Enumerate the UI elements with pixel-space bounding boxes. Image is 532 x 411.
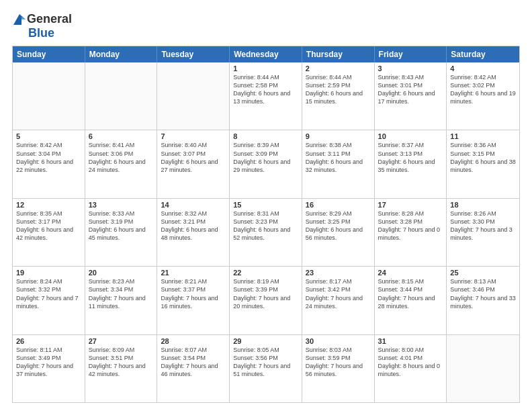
cell-day-number: 1 bbox=[233, 64, 298, 73]
calendar-cell: 22Sunrise: 8:19 AMSunset: 3:39 PMDayligh… bbox=[230, 267, 302, 334]
cell-day-number: 14 bbox=[161, 201, 226, 209]
calendar-cell: 7Sunrise: 8:40 AMSunset: 3:07 PMDaylight… bbox=[157, 130, 230, 197]
cell-info: Sunrise: 8:26 AMSunset: 3:30 PMDaylight:… bbox=[450, 210, 516, 242]
week-row: 5Sunrise: 8:42 AMSunset: 3:04 PMDaylight… bbox=[13, 130, 519, 198]
calendar-cell: 15Sunrise: 8:31 AMSunset: 3:23 PMDayligh… bbox=[230, 199, 302, 266]
header: General Blue bbox=[12, 12, 520, 40]
cell-info: Sunrise: 8:39 AMSunset: 3:09 PMDaylight:… bbox=[233, 141, 298, 174]
day-header: Sunday bbox=[13, 46, 85, 62]
cell-info: Sunrise: 8:41 AMSunset: 3:06 PMDaylight:… bbox=[89, 141, 154, 174]
cell-info: Sunrise: 8:35 AMSunset: 3:17 PMDaylight:… bbox=[16, 210, 81, 242]
calendar-cell: 4Sunrise: 8:42 AMSunset: 3:02 PMDaylight… bbox=[447, 62, 519, 130]
cell-info: Sunrise: 8:31 AMSunset: 3:23 PMDaylight:… bbox=[233, 210, 298, 242]
cell-info: Sunrise: 8:05 AMSunset: 3:56 PMDaylight:… bbox=[233, 346, 298, 379]
week-row: 26Sunrise: 8:11 AMSunset: 3:49 PMDayligh… bbox=[13, 335, 519, 402]
cell-day-number: 10 bbox=[378, 132, 443, 140]
cell-info: Sunrise: 8:33 AMSunset: 3:19 PMDaylight:… bbox=[89, 210, 154, 242]
day-header: Tuesday bbox=[157, 46, 230, 62]
cell-info: Sunrise: 8:42 AMSunset: 3:02 PMDaylight:… bbox=[450, 73, 516, 106]
cell-info: Sunrise: 8:09 AMSunset: 3:51 PMDaylight:… bbox=[89, 346, 154, 379]
cell-info: Sunrise: 8:24 AMSunset: 3:32 PMDaylight:… bbox=[16, 277, 81, 310]
calendar-cell: 13Sunrise: 8:33 AMSunset: 3:19 PMDayligh… bbox=[85, 199, 158, 266]
calendar-cell: 21Sunrise: 8:21 AMSunset: 3:37 PMDayligh… bbox=[157, 267, 230, 334]
calendar-cell: 5Sunrise: 8:42 AMSunset: 3:04 PMDaylight… bbox=[13, 130, 85, 197]
calendar-cell: 1Sunrise: 8:44 AMSunset: 2:58 PMDaylight… bbox=[230, 62, 302, 130]
logo-general-text: General bbox=[27, 12, 72, 26]
calendar-cell: 9Sunrise: 8:38 AMSunset: 3:11 PMDaylight… bbox=[302, 130, 375, 197]
cell-day-number: 9 bbox=[306, 132, 371, 140]
calendar-cell: 3Sunrise: 8:43 AMSunset: 3:01 PMDaylight… bbox=[375, 62, 447, 130]
cell-day-number: 17 bbox=[378, 201, 443, 209]
cell-info: Sunrise: 8:36 AMSunset: 3:15 PMDaylight:… bbox=[450, 141, 516, 174]
calendar-cell: 8Sunrise: 8:39 AMSunset: 3:09 PMDaylight… bbox=[230, 130, 302, 197]
cell-info: Sunrise: 8:38 AMSunset: 3:11 PMDaylight:… bbox=[306, 141, 371, 174]
logo-blue-text: Blue bbox=[28, 26, 54, 40]
calendar-cell: 18Sunrise: 8:26 AMSunset: 3:30 PMDayligh… bbox=[447, 199, 519, 266]
cell-info: Sunrise: 8:43 AMSunset: 3:01 PMDaylight:… bbox=[378, 73, 443, 106]
weeks-container: 1Sunrise: 8:44 AMSunset: 2:58 PMDaylight… bbox=[13, 62, 519, 402]
cell-info: Sunrise: 8:21 AMSunset: 3:37 PMDaylight:… bbox=[161, 277, 226, 310]
cell-day-number: 7 bbox=[161, 132, 226, 140]
cell-info: Sunrise: 8:44 AMSunset: 2:59 PMDaylight:… bbox=[306, 73, 371, 106]
calendar-cell: 31Sunrise: 8:00 AMSunset: 4:01 PMDayligh… bbox=[375, 335, 447, 402]
cell-info: Sunrise: 8:42 AMSunset: 3:04 PMDaylight:… bbox=[16, 141, 81, 174]
cell-day-number: 28 bbox=[161, 337, 226, 345]
cell-day-number: 12 bbox=[16, 201, 81, 209]
calendar-cell: 19Sunrise: 8:24 AMSunset: 3:32 PMDayligh… bbox=[13, 267, 85, 334]
calendar-cell: 11Sunrise: 8:36 AMSunset: 3:15 PMDayligh… bbox=[447, 130, 519, 197]
calendar-cell: 27Sunrise: 8:09 AMSunset: 3:51 PMDayligh… bbox=[85, 335, 158, 402]
calendar-cell: 20Sunrise: 8:23 AMSunset: 3:34 PMDayligh… bbox=[85, 267, 158, 334]
calendar-cell: 29Sunrise: 8:05 AMSunset: 3:56 PMDayligh… bbox=[230, 335, 302, 402]
cell-info: Sunrise: 8:40 AMSunset: 3:07 PMDaylight:… bbox=[161, 141, 226, 174]
week-row: 12Sunrise: 8:35 AMSunset: 3:17 PMDayligh… bbox=[13, 199, 519, 267]
day-header: Saturday bbox=[447, 46, 519, 62]
day-headers-row: SundayMondayTuesdayWednesdayThursdayFrid… bbox=[13, 46, 519, 62]
calendar-cell: 12Sunrise: 8:35 AMSunset: 3:17 PMDayligh… bbox=[13, 199, 85, 266]
cell-info: Sunrise: 8:37 AMSunset: 3:13 PMDaylight:… bbox=[378, 141, 443, 174]
cell-day-number: 25 bbox=[450, 269, 516, 277]
cell-info: Sunrise: 8:17 AMSunset: 3:42 PMDaylight:… bbox=[306, 277, 371, 310]
calendar-cell: 14Sunrise: 8:32 AMSunset: 3:21 PMDayligh… bbox=[157, 199, 230, 266]
week-row: 1Sunrise: 8:44 AMSunset: 2:58 PMDaylight… bbox=[13, 62, 519, 130]
cell-info: Sunrise: 8:03 AMSunset: 3:59 PMDaylight:… bbox=[306, 346, 371, 379]
cell-day-number: 15 bbox=[233, 201, 298, 209]
calendar-cell bbox=[447, 335, 519, 402]
calendar-cell bbox=[157, 62, 230, 130]
cell-day-number: 23 bbox=[306, 269, 371, 277]
calendar-cell: 6Sunrise: 8:41 AMSunset: 3:06 PMDaylight… bbox=[85, 130, 158, 197]
calendar-cell: 24Sunrise: 8:15 AMSunset: 3:44 PMDayligh… bbox=[375, 267, 447, 334]
cell-day-number: 2 bbox=[306, 64, 371, 73]
cell-info: Sunrise: 8:11 AMSunset: 3:49 PMDaylight:… bbox=[16, 346, 81, 379]
cell-info: Sunrise: 8:44 AMSunset: 2:58 PMDaylight:… bbox=[233, 73, 298, 106]
cell-day-number: 3 bbox=[378, 64, 443, 73]
cell-info: Sunrise: 8:32 AMSunset: 3:21 PMDaylight:… bbox=[161, 210, 226, 242]
calendar-cell: 25Sunrise: 8:13 AMSunset: 3:46 PMDayligh… bbox=[447, 267, 519, 334]
week-row: 19Sunrise: 8:24 AMSunset: 3:32 PMDayligh… bbox=[13, 267, 519, 334]
cell-day-number: 11 bbox=[450, 132, 516, 140]
cell-info: Sunrise: 8:15 AMSunset: 3:44 PMDaylight:… bbox=[378, 277, 443, 310]
calendar-cell: 26Sunrise: 8:11 AMSunset: 3:49 PMDayligh… bbox=[13, 335, 85, 402]
cell-day-number: 30 bbox=[306, 337, 371, 345]
cell-day-number: 21 bbox=[161, 269, 226, 277]
cell-day-number: 26 bbox=[16, 337, 81, 345]
day-header: Wednesday bbox=[230, 46, 302, 62]
cell-info: Sunrise: 8:00 AMSunset: 4:01 PMDaylight:… bbox=[378, 346, 443, 379]
calendar-cell bbox=[85, 62, 158, 130]
cell-day-number: 22 bbox=[233, 269, 298, 277]
day-header: Friday bbox=[375, 46, 447, 62]
cell-info: Sunrise: 8:23 AMSunset: 3:34 PMDaylight:… bbox=[89, 277, 154, 310]
cell-day-number: 27 bbox=[89, 337, 154, 345]
cell-day-number: 16 bbox=[306, 201, 371, 209]
calendar: SundayMondayTuesdayWednesdayThursdayFrid… bbox=[12, 46, 520, 403]
calendar-cell: 10Sunrise: 8:37 AMSunset: 3:13 PMDayligh… bbox=[375, 130, 447, 197]
calendar-cell: 23Sunrise: 8:17 AMSunset: 3:42 PMDayligh… bbox=[302, 267, 375, 334]
day-header: Monday bbox=[85, 46, 158, 62]
cell-day-number: 29 bbox=[233, 337, 298, 345]
cell-day-number: 31 bbox=[378, 337, 443, 345]
cell-info: Sunrise: 8:07 AMSunset: 3:54 PMDaylight:… bbox=[161, 346, 226, 379]
calendar-cell: 2Sunrise: 8:44 AMSunset: 2:59 PMDaylight… bbox=[302, 62, 375, 130]
day-header: Thursday bbox=[302, 46, 375, 62]
cell-info: Sunrise: 8:19 AMSunset: 3:39 PMDaylight:… bbox=[233, 277, 298, 310]
cell-info: Sunrise: 8:13 AMSunset: 3:46 PMDaylight:… bbox=[450, 277, 516, 310]
cell-day-number: 20 bbox=[89, 269, 154, 277]
